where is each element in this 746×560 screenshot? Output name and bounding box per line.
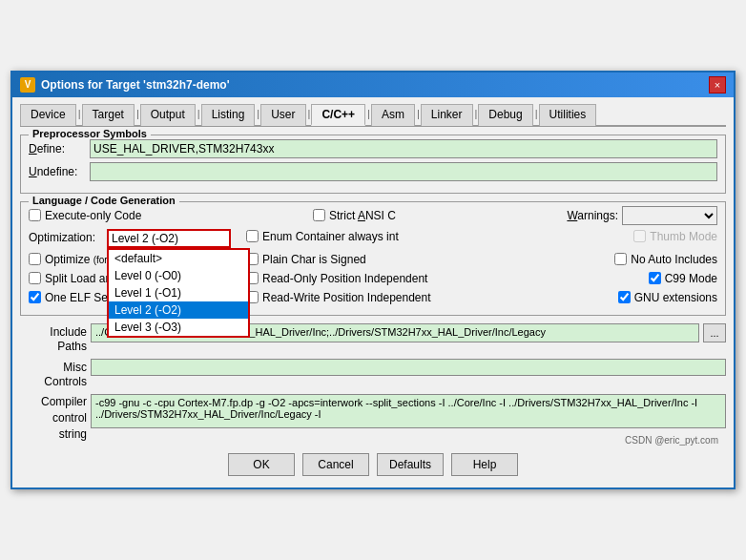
execute-only-label: Execute-only Code	[45, 209, 141, 222]
opt-item-default[interactable]: <default>	[109, 250, 248, 267]
compiler-label: Compilercontrolstring	[20, 394, 87, 442]
opt-item-o1[interactable]: Level 1 (-O1)	[109, 284, 248, 301]
include-paths-label: IncludePaths	[20, 323, 87, 355]
execute-only-checkbox[interactable]	[29, 209, 41, 221]
no-auto-includes-checkbox[interactable]	[614, 253, 627, 265]
warnings-select[interactable]	[622, 206, 717, 225]
thumb-mode-checkbox[interactable]	[633, 230, 646, 242]
no-auto-includes-row: No Auto Includes	[614, 252, 717, 267]
no-auto-includes-label: No Auto Includes	[631, 253, 717, 266]
define-input[interactable]	[90, 139, 717, 158]
tab-debug[interactable]: Debug	[478, 104, 532, 126]
c99-mode-row: C99 Mode	[649, 271, 717, 286]
compiler-value: -c99 -gnu -c -cpu Cortex-M7.fp.dp -g -O2…	[91, 394, 726, 428]
undefine-input[interactable]	[90, 162, 717, 181]
define-label: Define:	[29, 142, 86, 156]
ok-button[interactable]: OK	[228, 453, 295, 476]
strict-ansi-row: Strict ANSI C	[313, 208, 396, 223]
language-label: Language / Code Generation	[29, 195, 179, 206]
tab-user[interactable]: User	[260, 104, 305, 126]
opt-item-o2[interactable]: Level 2 (-O2)	[109, 301, 248, 319]
app-icon: V	[20, 77, 35, 93]
thumb-mode-label: Thumb Mode	[650, 230, 717, 243]
cancel-button[interactable]: Cancel	[302, 453, 369, 476]
gnu-extensions-checkbox[interactable]	[618, 291, 631, 303]
optimization-label: Optimization:	[29, 229, 103, 244]
warnings-dropdown-container	[622, 206, 717, 225]
optimization-select[interactable]: Level 2 (-O2)	[107, 229, 231, 248]
c99-mode-label: C99 Mode	[665, 272, 717, 285]
preprocessor-label: Preprocessor Symbols	[29, 128, 151, 139]
preprocessor-group: Preprocessor Symbols Define: Undefine:	[20, 135, 726, 194]
tab-cpp[interactable]: C/C++	[311, 104, 365, 126]
define-row: Define:	[29, 139, 717, 158]
opt-item-o0[interactable]: Level 0 (-O0)	[109, 267, 248, 284]
watermark: CSDN @eric_pyt.com	[625, 435, 718, 446]
tab-listing[interactable]: Listing	[201, 104, 256, 126]
tab-utilities[interactable]: Utilities	[539, 104, 597, 126]
optimization-dropdown-popup: <default> Level 0 (-O0) Level 1 (-O1) Le…	[107, 248, 250, 338]
close-button[interactable]: ×	[709, 76, 726, 93]
misc-controls-row: MiscControls	[20, 359, 726, 390]
tab-output[interactable]: Output	[140, 104, 196, 126]
tab-linker[interactable]: Linker	[421, 104, 473, 126]
thumb-mode-row: Thumb Mode	[633, 229, 717, 244]
strict-ansi-label: Strict ANSI C	[329, 209, 396, 222]
readonly-pos-row: Read-Only Position Independent	[246, 271, 641, 286]
readwrite-pos-label: Read-Write Position Independent	[262, 291, 431, 304]
tab-asm[interactable]: Asm	[371, 104, 415, 126]
optimization-container: Optimization: Level 2 (-O2) <default> Le…	[29, 229, 238, 248]
plain-char-label: Plain Char is Signed	[262, 253, 366, 266]
split-load-checkbox[interactable]	[29, 272, 41, 284]
readwrite-pos-row: Read-Write Position Independent	[246, 290, 611, 305]
tab-bar: Device | Target | Output | Listing | Use…	[20, 103, 726, 127]
gnu-extensions-label: GNU extensions	[634, 291, 717, 304]
defaults-button[interactable]: Defaults	[377, 453, 444, 476]
misc-controls-value	[91, 359, 726, 376]
execute-only-row: Execute-only Code	[29, 208, 141, 223]
button-area: OK Cancel Defaults Help CSDN @eric_pyt.c…	[20, 449, 726, 480]
plain-char-row: Plain Char is Signed	[246, 252, 607, 267]
tab-device[interactable]: Device	[20, 104, 76, 126]
dialog-body: Device | Target | Output | Listing | Use…	[12, 97, 734, 488]
title-bar: V Options for Target 'stm32h7-demo' ×	[12, 73, 734, 97]
dialog-title: Options for Target 'stm32h7-demo'	[41, 78, 230, 92]
warnings-label: Warnings:	[567, 209, 618, 222]
enum-container-row: Enum Container always int	[246, 229, 626, 244]
gnu-extensions-row: GNU extensions	[618, 290, 717, 305]
strict-ansi-checkbox[interactable]	[313, 209, 325, 221]
opt-dropdown-container: Level 2 (-O2) <default> Level 0 (-O0) Le…	[107, 229, 231, 248]
button-row: OK Cancel Defaults Help	[20, 449, 726, 480]
undefine-row: Undefine:	[29, 162, 717, 181]
misc-controls-label: MiscControls	[20, 359, 87, 390]
tab-target[interactable]: Target	[82, 104, 135, 126]
enum-container-checkbox[interactable]	[246, 230, 259, 242]
main-dialog: V Options for Target 'stm32h7-demo' × De…	[10, 71, 736, 490]
one-elf-checkbox[interactable]	[29, 291, 41, 303]
language-group: Language / Code Generation Execute-only …	[20, 201, 726, 316]
c99-mode-checkbox[interactable]	[649, 272, 661, 284]
optimize-checkbox[interactable]	[29, 253, 41, 265]
include-paths-browse[interactable]: ...	[703, 323, 726, 342]
warnings-row: Warnings:	[567, 206, 717, 225]
help-button[interactable]: Help	[451, 453, 518, 476]
undefine-label: Undefine:	[29, 165, 86, 178]
opt-item-o3[interactable]: Level 3 (-O3)	[109, 319, 248, 336]
title-bar-left: V Options for Target 'stm32h7-demo'	[20, 77, 230, 93]
readonly-pos-label: Read-Only Position Independent	[262, 272, 427, 285]
compiler-row: Compilercontrolstring -c99 -gnu -c -cpu …	[20, 394, 726, 442]
enum-container-label: Enum Container always int	[262, 230, 399, 243]
